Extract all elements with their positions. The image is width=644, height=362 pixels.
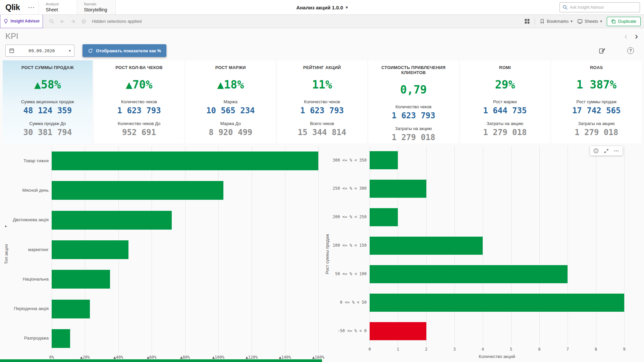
step-back-icon[interactable] xyxy=(60,19,65,24)
chart-bar[interactable] xyxy=(370,180,426,198)
fullscreen-icon[interactable] xyxy=(604,148,609,154)
tab-analyze-sheet[interactable]: Analyze Sheet xyxy=(39,0,77,14)
x-tick-label: ▲60% xyxy=(147,355,157,360)
kpi-row: РОСТ СУММЫ ПРОДАЖ ▲58% Сумма акционных п… xyxy=(0,60,644,143)
sheets-button[interactable]: Sheets ▾ xyxy=(577,19,602,24)
bookmarks-button[interactable]: Bookmarks ▾ xyxy=(540,19,573,24)
insight-advisor-button[interactable]: Insight Advisor xyxy=(0,15,43,28)
kpi-card[interactable]: РОСТ СУММЫ ПРОДАЖ ▲58% Сумма акционных п… xyxy=(3,60,93,143)
toolbar-divider xyxy=(535,18,535,25)
tab-narrate-label: Narrate xyxy=(84,2,109,6)
kpi-secondary-value: 30 381 794 xyxy=(23,128,72,137)
x-tick-label: 2 xyxy=(425,347,427,352)
category-label: 300 <= % < 350 xyxy=(332,146,370,175)
bars xyxy=(370,146,624,345)
duplicate-button[interactable]: Duplicate xyxy=(607,17,641,26)
kpi-measure-label: Количество чеков xyxy=(395,104,431,109)
category-label: 0 <= % < 50 xyxy=(332,288,370,317)
global-menu-button[interactable]: ⋯ xyxy=(24,0,39,14)
calendar-icon xyxy=(9,48,14,53)
selection-strip xyxy=(0,359,322,362)
chart-bar[interactable] xyxy=(370,294,624,312)
sheets-label: Sheets xyxy=(585,19,598,24)
category-label: 200 <= % < 250 xyxy=(332,203,370,232)
chart-bar[interactable] xyxy=(370,208,398,226)
x-tick-label: 3 xyxy=(453,347,455,352)
help-button[interactable]: ? xyxy=(627,47,634,54)
kpi-measure-value: 17 742 565 xyxy=(572,106,621,115)
top-header: Qlik ⋯ Analyze Sheet Narrate Storytellin… xyxy=(0,0,644,15)
chart-bar[interactable] xyxy=(370,322,426,340)
kpi-card[interactable]: РЕЙТИНГ АКЦИЙ 11% Количество чеков 1 623… xyxy=(277,60,367,143)
filter-row: 09.09.2020 ▾ Отображать показатели как %… xyxy=(0,41,644,60)
previous-sheet-button[interactable]: ‹ xyxy=(624,32,627,41)
insight-advisor-search[interactable] xyxy=(559,2,640,12)
sheet-header: KPI ‹ › xyxy=(0,28,644,41)
next-sheet-button[interactable]: › xyxy=(635,32,638,41)
kpi-measure-label: Рост маржи xyxy=(493,99,517,104)
sheet-navigation: ‹ › xyxy=(624,32,638,41)
x-tick-label: 9 xyxy=(623,347,625,352)
growth-bucket-bar-chart: Рост суммы продаж 300 <= % < 350250 <= %… xyxy=(322,143,644,362)
kpi-secondary-label: Маржа До xyxy=(220,121,241,126)
kpi-secondary-value: 1 279 018 xyxy=(483,128,527,137)
qlik-logo: Qlik xyxy=(0,0,24,14)
date-filter[interactable]: 09.09.2020 ▾ xyxy=(5,45,74,57)
expand-axis-icon[interactable]: ▸ xyxy=(5,224,7,228)
sheet-grid-icon[interactable] xyxy=(524,18,530,24)
x-tick-label: ▲140% xyxy=(279,355,291,360)
bookmarks-label: Bookmarks xyxy=(547,19,569,24)
chart-bar[interactable] xyxy=(52,181,223,200)
edit-sheet-button[interactable] xyxy=(599,48,605,54)
tab-narrate-storytelling[interactable]: Narrate Storytelling xyxy=(77,0,116,14)
info-icon[interactable] xyxy=(593,148,599,154)
clear-selections-icon[interactable] xyxy=(81,19,87,24)
x-tick-label: 7 xyxy=(567,347,569,352)
chart-bar[interactable] xyxy=(52,270,110,289)
plot-area xyxy=(52,146,318,353)
chart-bar[interactable] xyxy=(52,329,70,348)
bars xyxy=(52,146,318,353)
step-forward-icon[interactable] xyxy=(70,19,76,24)
chart-bar[interactable] xyxy=(52,240,128,259)
kpi-measure-value: 48 124 359 xyxy=(23,106,72,115)
show-as-percent-button[interactable]: Отображать показатели как % xyxy=(83,44,166,57)
chart-bar[interactable] xyxy=(52,211,172,230)
chart-bar[interactable] xyxy=(370,151,398,169)
app-title-menu[interactable]: Анализ акций 1.0.0 ▾ xyxy=(296,0,348,15)
x-tick-label: 0 xyxy=(368,347,371,352)
selections-search-icon[interactable] xyxy=(49,19,54,24)
kpi-card[interactable]: СТОИМОСТЬ ПРИВЛЕЧЕНИЯ КЛИЕНТОВ 0,79 Коли… xyxy=(369,60,459,143)
category-axis: Товар тижняМясной деньДвотижнева акціяма… xyxy=(12,146,52,353)
search-input[interactable] xyxy=(570,5,637,10)
kpi-card[interactable]: РОСТ МАРЖИ ▲18% Маржа 10 565 234 Маржа Д… xyxy=(185,60,275,143)
kpi-title: ROAS xyxy=(588,65,605,70)
chart-menu-icon[interactable]: ⋯ xyxy=(614,148,619,154)
kpi-card[interactable]: ROMI 29% Рост маржи 1 644 735 Затраты на… xyxy=(460,60,550,143)
chart-bar[interactable] xyxy=(52,300,90,318)
kpi-main-value: 0,79 xyxy=(400,83,427,96)
chart-bar[interactable] xyxy=(370,237,483,255)
kpi-main-value: 1 387% xyxy=(577,78,616,91)
sheets-icon xyxy=(577,19,583,24)
x-tick-label: 4 xyxy=(482,347,484,352)
charts-row: ▸ Тип акции Товар тижняМясной деньДвотиж… xyxy=(0,143,644,362)
category-label: Двотижнева акція xyxy=(12,205,52,235)
tab-storytelling-label: Storytelling xyxy=(84,7,109,13)
chevron-down-icon: ▾ xyxy=(600,19,602,23)
insight-advisor-label: Insight Advisor xyxy=(11,19,40,23)
gridline xyxy=(624,146,625,345)
kpi-measure-label: Рост суммы продаж xyxy=(576,99,616,104)
hidden-selections-label: Hidden selections applied xyxy=(92,19,142,24)
kpi-card[interactable]: ROAS 1 387% Рост суммы продаж 17 742 565… xyxy=(551,60,641,143)
lightbulb-icon xyxy=(3,19,8,24)
chart-bar[interactable] xyxy=(52,152,318,170)
x-axis-title: Количество акций xyxy=(370,354,624,362)
category-label: 50 <= % < 100 xyxy=(332,260,370,288)
duplicate-label: Duplicate xyxy=(618,19,636,24)
kpi-title: РОСТ СУММЫ ПРОДАЖ xyxy=(19,65,76,70)
kpi-card[interactable]: РОСТ КОЛ-ВА ЧЕКОВ ▲70% Количество чеков … xyxy=(94,60,184,143)
category-label: 100 <= % < 150 xyxy=(332,232,370,260)
kpi-secondary-value: 1 279 018 xyxy=(575,128,618,137)
chart-bar[interactable] xyxy=(370,265,568,283)
